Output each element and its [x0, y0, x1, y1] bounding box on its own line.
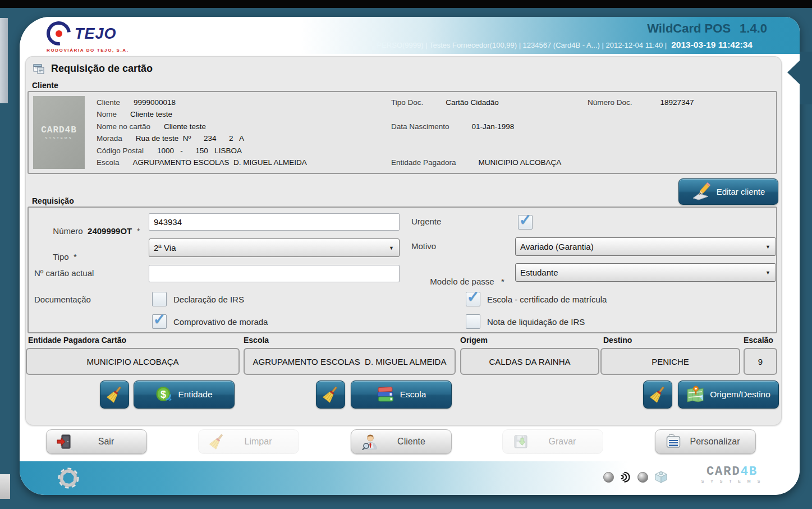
origem-label: Origem — [460, 336, 488, 345]
brand-name: TEJO — [75, 25, 117, 43]
numero-input[interactable] — [149, 213, 400, 231]
tejo-logo-icon — [47, 21, 71, 46]
gravar-button[interactable]: Gravar — [502, 429, 603, 454]
gravar-label: Gravar — [529, 437, 596, 447]
top-black-bar — [0, 0, 812, 8]
tipo-doc-label: Tipo Doc. — [391, 98, 423, 107]
broom-icon — [106, 386, 123, 403]
escola-button[interactable]: Escola — [351, 380, 452, 409]
limpar-button[interactable]: Limpar — [198, 429, 299, 454]
card-printer-icon — [666, 434, 681, 450]
clear-escola-button[interactable] — [316, 380, 345, 409]
personalizar-label: Personalizar — [681, 437, 749, 447]
motivo-select[interactable]: Avariado (Garantia) — [515, 237, 776, 256]
pagadora-label: Entidade Pagadora — [391, 158, 456, 167]
comprovativo-morada-checkbox[interactable]: ✓ — [152, 314, 167, 329]
broom-icon — [649, 386, 666, 403]
signal-waves-icon — [620, 471, 632, 483]
settings-gear-button[interactable] — [56, 465, 81, 493]
tipo-label: Tipo * — [34, 242, 77, 271]
current-datetime: 2013-03-19 11:42:34 — [671, 40, 753, 49]
session-statusbar: PERSO(9999) | Testes Fornecedor(100,99) … — [377, 40, 753, 50]
cliente-label: Cliente — [378, 437, 444, 447]
client-photo: CARD4B SYSTEMS — [33, 96, 85, 169]
brand-tagline: RODOVIÁRIA DO TEJO, S.A. — [47, 48, 129, 53]
escalao-value: 9 — [744, 348, 777, 375]
background-window-fragment — [0, 474, 10, 499]
cliente-button[interactable]: Cliente — [351, 429, 452, 454]
client-row-nome: NomeCliente teste — [97, 109, 772, 120]
client-row-nome-cartao: Nome no cartãoCliente teste Data Nascime… — [97, 121, 772, 132]
origem-destino-button-label: Origem/Destino — [710, 389, 770, 400]
edit-client-label: Editar cliente — [717, 187, 765, 196]
check-certificado-matricula: ✓ Escola - certificado de matrícula — [466, 292, 607, 306]
numero-doc-label: Número Doc. — [588, 98, 632, 107]
client-row-morada: MoradaRua de teste Nº 234 2 A — [97, 133, 772, 144]
exit-door-icon — [57, 434, 72, 450]
tipo-doc-value: Cartão Cidadão — [446, 98, 499, 107]
pagadora-value: MUNICIPIO ALCOBAÇA — [479, 158, 562, 167]
destino-value: PENICHE — [600, 348, 740, 375]
origem-destino-button[interactable]: Origem/Destino — [678, 380, 779, 409]
personalizar-button[interactable]: Personalizar — [655, 429, 756, 454]
map-pin-icon — [686, 386, 704, 403]
certificado-matricula-checkbox[interactable]: ✓ — [466, 292, 480, 306]
client-info-box: CARD4B SYSTEMS Cliente9999000018 Tipo Do… — [27, 91, 777, 174]
escola-column-label: Escola — [244, 336, 269, 345]
content-panel: Requisição de cartão Cliente CARD4B SYST… — [25, 56, 782, 425]
origem-value: CALDAS DA RAINHA — [460, 348, 599, 375]
status-led-icon — [637, 472, 648, 483]
status-led-icon — [603, 472, 614, 483]
app-version: 1.4.0 — [740, 21, 767, 35]
tejo-logo: TEJO RODOVIÁRIA DO TEJO, S.A. — [47, 21, 129, 53]
form-icon — [33, 64, 44, 74]
nascimento-value: 01-Jan-1998 — [472, 122, 515, 131]
broom-icon — [209, 434, 224, 450]
entidade-button[interactable]: $ Entidade — [134, 380, 235, 409]
desktop: { "header": { "logo_text": "TEJO", "logo… — [0, 0, 812, 509]
window-footer: CARD4B S Y S T E M S — [20, 461, 800, 495]
nascimento-label: Data Nascimento — [391, 122, 449, 131]
escola-value: AGRUPAMENTO ESCOLAS D. MIGUEL ALMEIDA — [244, 348, 456, 375]
window-notch-decoration — [785, 52, 812, 104]
client-row-cliente: Cliente9999000018 Tipo Doc.Cartão Cidadã… — [97, 97, 772, 108]
declaracao-irs-checkbox[interactable] — [152, 292, 167, 306]
svg-text:$: $ — [160, 389, 166, 400]
client-row-codigo-postal: Código Postal1000 - 150 LISBOA — [97, 145, 772, 156]
check-declaracao-irs: Declaração de IRS — [152, 292, 244, 306]
cliente-section-label: Cliente — [32, 81, 58, 90]
documentacao-label: Documentação — [34, 295, 91, 304]
limpar-label: Limpar — [224, 437, 292, 447]
sair-label: Sair — [72, 437, 140, 447]
escalao-label: Escalão — [744, 336, 773, 345]
cartao-actual-label: Nº cartão actual — [34, 268, 94, 278]
gear-icon — [56, 465, 81, 491]
device-status-icons — [603, 470, 668, 484]
books-icon — [377, 386, 394, 403]
entidade-pagadora-cartao-value: MUNICIPIO ALCOBAÇA — [26, 348, 240, 375]
urgente-checkmark: ✓ — [519, 213, 532, 228]
entidade-pagadora-cartao-label: Entidade Pagadora Cartão — [28, 336, 126, 345]
clear-entidade-button[interactable] — [100, 380, 129, 409]
background-window-fragment — [0, 18, 8, 103]
clear-origem-destino-button[interactable] — [643, 380, 672, 409]
client-search-icon — [361, 433, 378, 450]
escola-button-label: Escola — [400, 389, 426, 400]
entidade-button-label: Entidade — [178, 389, 212, 400]
sair-button[interactable]: Sair — [46, 429, 147, 454]
window-header: TEJO RODOVIÁRIA DO TEJO, S.A. WildCard P… — [20, 17, 800, 54]
numero-doc-value: 18927347 — [660, 98, 694, 107]
session-info: PERSO(9999) | Testes Fornecedor(100,99) … — [377, 41, 667, 49]
nota-liquidacao-checkbox[interactable] — [466, 314, 480, 329]
urgente-checkbox[interactable]: ✓ — [518, 215, 533, 230]
modelo-passe-select[interactable]: Estudante — [515, 263, 776, 282]
urgente-label: Urgente — [411, 217, 441, 226]
edit-client-button[interactable]: Editar cliente — [678, 178, 778, 205]
cartao-actual-input[interactable] — [149, 265, 400, 282]
destino-label: Destino — [603, 336, 632, 345]
tipo-select[interactable]: 2ª Via — [149, 239, 400, 257]
pencil-icon — [692, 184, 711, 200]
printer-device-icon — [654, 470, 668, 484]
motivo-label: Motivo — [411, 241, 436, 251]
requisicao-section-label: Requisição — [32, 196, 74, 205]
